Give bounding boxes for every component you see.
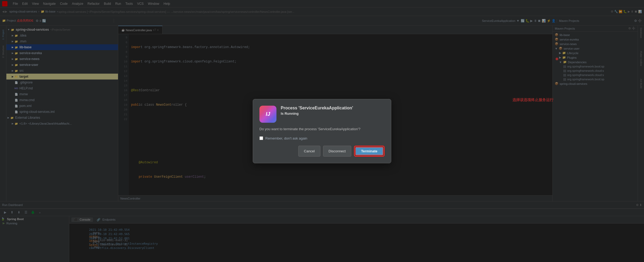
cancel-button[interactable]: Cancel — [298, 146, 320, 157]
modal-title-area: Process 'ServiceEurekaApplication' Is Ru… — [281, 106, 385, 116]
modal-buttons: Cancel Disconnect Terminate — [259, 146, 385, 157]
dont-ask-label[interactable]: Remember, don't ask again — [265, 136, 307, 140]
modal-title: Process 'ServiceEurekaApplication' — [281, 106, 385, 110]
disconnect-button[interactable]: Disconnect — [323, 146, 351, 157]
terminate-dialog: IJ Process 'ServiceEurekaApplication' Is… — [253, 99, 391, 163]
modal-body: Do you want to terminate the process 'Se… — [259, 127, 385, 131]
modal-overlay: IJ Process 'ServiceEurekaApplication' Is… — [0, 0, 644, 262]
ij-logo-icon: IJ — [259, 106, 276, 123]
modal-subtitle: Is Running — [281, 112, 385, 116]
terminate-button[interactable]: Terminate — [355, 147, 383, 155]
modal-header: IJ Process 'ServiceEurekaApplication' Is… — [259, 106, 385, 123]
dont-ask-checkbox[interactable] — [259, 136, 263, 140]
modal-checkbox-area: Remember, don't ask again — [259, 136, 385, 140]
terminate-highlight: Terminate — [354, 146, 385, 157]
